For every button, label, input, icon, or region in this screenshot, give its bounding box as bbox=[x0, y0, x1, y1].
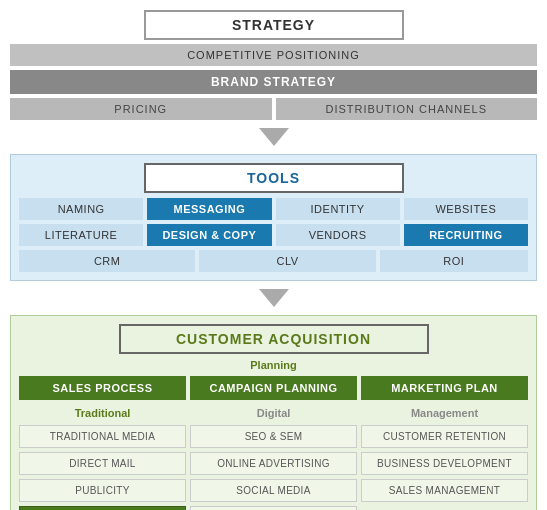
ca-title: CUSTOMER ACQUISITION bbox=[119, 324, 429, 354]
digital-label: Digital bbox=[190, 405, 357, 421]
ca-marketing-plan: MARKETING PLAN bbox=[361, 376, 528, 400]
ca-customer-retention: CUSTOMER RETENTION bbox=[361, 425, 528, 448]
tool-roi: ROI bbox=[380, 250, 528, 272]
tool-design-copy: DESIGN & COPY bbox=[147, 224, 271, 246]
tools-title: TOOLS bbox=[144, 163, 404, 193]
main-diagram: STRATEGY COMPETITIVE POSITIONING BRAND S… bbox=[10, 10, 537, 510]
ca-social-media: SOCIAL MEDIA bbox=[190, 479, 357, 502]
tools-grid: NAMING MESSAGING IDENTITY WEBSITES LITER… bbox=[19, 198, 528, 272]
ca-traditional-media: TRADITIONAL MEDIA bbox=[19, 425, 186, 448]
tool-naming: NAMING bbox=[19, 198, 143, 220]
tools-row-2: LITERATURE DESIGN & COPY VENDORS RECRUIT… bbox=[19, 224, 528, 246]
tools-section: TOOLS NAMING MESSAGING IDENTITY WEBSITES… bbox=[10, 154, 537, 281]
ca-sales-management: SALES MANAGEMENT bbox=[361, 479, 528, 502]
ca-online-advertising: ONLINE ADVERTISING bbox=[190, 452, 357, 475]
traditional-label: Traditional bbox=[19, 405, 186, 421]
competitive-positioning: COMPETITIVE POSITIONING bbox=[10, 44, 537, 66]
tool-identity: IDENTITY bbox=[276, 198, 400, 220]
ca-business-development: BUSINESS DEVELOPMENT bbox=[361, 452, 528, 475]
tool-clv: CLV bbox=[199, 250, 375, 272]
customer-acquisition-section: CUSTOMER ACQUISITION Planning SALES PROC… bbox=[10, 315, 537, 510]
brand-strategy: BRAND STRATEGY bbox=[10, 70, 537, 94]
pricing-dist-row: PRICING DISTRIBUTION CHANNELS bbox=[10, 98, 537, 120]
arrow-down-2 bbox=[259, 289, 289, 307]
ca-seo-sem: SEO & SEM bbox=[190, 425, 357, 448]
ca-categories: Traditional TRADITIONAL MEDIA DIRECT MAI… bbox=[19, 405, 528, 510]
ca-mgmt-empty-1 bbox=[361, 506, 528, 510]
ca-campaign-planning: CAMPAIGN PLANNING bbox=[190, 376, 357, 400]
tool-literature: LITERATURE bbox=[19, 224, 143, 246]
tool-websites: WEBSITES bbox=[404, 198, 528, 220]
arrow-down-1 bbox=[259, 128, 289, 146]
ca-publicity: PUBLICITY bbox=[19, 479, 186, 502]
ca-col-digital: Digital SEO & SEM ONLINE ADVERTISING SOC… bbox=[190, 405, 357, 510]
planning-label: Planning bbox=[250, 359, 296, 371]
ca-col-traditional: Traditional TRADITIONAL MEDIA DIRECT MAI… bbox=[19, 405, 186, 510]
tool-recruiting: RECRUITING bbox=[404, 224, 528, 246]
strategy-section: STRATEGY COMPETITIVE POSITIONING BRAND S… bbox=[10, 10, 537, 120]
ca-sales-process: SALES PROCESS bbox=[19, 376, 186, 400]
tools-row-3: CRM CLV ROI bbox=[19, 250, 528, 272]
ca-email-marketing: EMAIL MARKETING bbox=[190, 506, 357, 510]
distribution-channels: DISTRIBUTION CHANNELS bbox=[276, 98, 538, 120]
tool-vendors: VENDORS bbox=[276, 224, 400, 246]
pricing: PRICING bbox=[10, 98, 272, 120]
tool-messaging: MESSAGING bbox=[147, 198, 271, 220]
ca-top-row: SALES PROCESS CAMPAIGN PLANNING MARKETIN… bbox=[19, 376, 528, 400]
ca-telemarketing: TELEMARKETING bbox=[19, 506, 186, 510]
ca-direct-mail: DIRECT MAIL bbox=[19, 452, 186, 475]
tools-row-1: NAMING MESSAGING IDENTITY WEBSITES bbox=[19, 198, 528, 220]
strategy-title: STRATEGY bbox=[144, 10, 404, 40]
management-label: Management bbox=[361, 405, 528, 421]
tool-crm: CRM bbox=[19, 250, 195, 272]
ca-col-management: Management CUSTOMER RETENTION BUSINESS D… bbox=[361, 405, 528, 510]
